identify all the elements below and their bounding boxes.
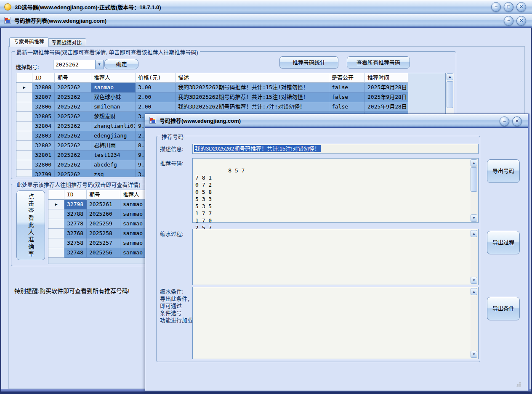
cell — [16, 141, 32, 151]
selected-text: 我的3D2025262期号码推荐！共计:15注!对错勿怪！ — [194, 145, 321, 152]
scroll-down-icon[interactable]: ▼ — [471, 351, 477, 358]
reminder-text: 特别提醒:购买软件即可查看到所有推荐号码! — [14, 286, 130, 295]
cell: ▶ — [16, 83, 32, 93]
cell — [48, 229, 64, 238]
textarea-scrollbar[interactable]: ▲ ▼ — [470, 288, 478, 358]
cell — [16, 131, 32, 141]
form-app-icon — [4, 17, 11, 24]
cell: sanmao — [91, 83, 136, 93]
cell: smileman — [91, 102, 136, 112]
export-process-button[interactable]: 导出过程 — [487, 231, 520, 254]
condition-label: 缩水条件: 导出此条件， 即可通过 条件选号 功能进行加载 — [160, 288, 193, 324]
process-label: 缩水过程: — [160, 230, 184, 238]
minimize-button[interactable]: − — [504, 16, 513, 26]
minimize-button[interactable]: − — [491, 2, 501, 12]
cell: 3.00 — [136, 83, 176, 93]
cell: 2025年9月28日 — [365, 93, 408, 102]
scroll-up-icon[interactable]: ▲ — [447, 73, 453, 80]
dialog-titlebar: 号码推荐(www.edengjiang.com) − ✕ — [145, 114, 528, 128]
cell: 32804 — [32, 122, 55, 131]
cell: 我的3D2025262期号码推荐！共计:7注!对错勿怪！ — [176, 102, 329, 112]
numbers-textarea[interactable]: 8 5 7 7 8 1 0 7 2 0 5 8 5 3 3 5 3 5 1 7 … — [192, 158, 479, 223]
cell — [16, 122, 32, 131]
table-row[interactable]: 328072025262双色球小妹2.00我的3D2025262期号码推荐！共计… — [16, 93, 408, 102]
cell: test1234 — [91, 151, 136, 160]
resize-grip-icon[interactable] — [516, 382, 521, 387]
cell: abcdefg — [91, 160, 136, 170]
cell: 期号 — [55, 73, 91, 83]
stats-button[interactable]: 推荐号码统计 — [279, 56, 338, 69]
cell: 推荐时间 — [365, 73, 408, 83]
table-row[interactable]: ▶328082025262sanmao3.00我的3D2025262期号码推荐！… — [16, 83, 408, 93]
cell — [48, 190, 64, 200]
close-button[interactable]: ✕ — [516, 2, 526, 12]
condition-textarea[interactable]: ▲ ▼ — [192, 287, 479, 359]
group-title: 此处显示该推荐人往期推荐号码(双击即可查看详情) — [15, 180, 142, 188]
process-textarea[interactable]: ▲ ▼ — [192, 229, 479, 285]
cell: 32803 — [32, 131, 55, 141]
cell: 32748 — [64, 248, 87, 258]
cell: 君梅川雨 — [91, 141, 136, 151]
scroll-up-icon[interactable]: ▲ — [471, 159, 477, 167]
period-label: 选择期号: — [16, 63, 39, 71]
minimize-button[interactable]: − — [500, 116, 509, 126]
export-condition-button[interactable]: 导出条件 — [487, 297, 520, 320]
cell — [48, 209, 64, 219]
cell: 2025257 — [87, 238, 120, 248]
close-button[interactable]: ✕ — [512, 116, 522, 126]
cell: 2025262 — [55, 112, 91, 122]
cell: 2025260 — [87, 209, 120, 219]
cell — [16, 93, 32, 102]
cell: 32808 — [32, 83, 55, 93]
cell: zhangtianli01 — [91, 122, 136, 131]
tab-expert-recommend[interactable]: 专家号码推荐 — [9, 37, 49, 47]
scroll-thumb[interactable] — [471, 167, 477, 192]
cell: 32800 — [32, 160, 55, 170]
cell: 2025258 — [87, 229, 120, 238]
cell — [16, 151, 32, 160]
scroll-thumb[interactable] — [447, 81, 453, 108]
scroll-up-icon[interactable]: ▲ — [471, 288, 477, 295]
cell: 期号 — [87, 190, 120, 200]
cell: 2025259 — [87, 219, 120, 229]
list-window-titlebar: 号码推荐列表(www.edengjiang.com) − ✕ — [0, 14, 532, 28]
cell — [48, 219, 64, 229]
view-all-button[interactable]: 查看所有推荐号码 — [347, 56, 410, 69]
cell: 描述 — [176, 73, 329, 83]
cell: ID — [32, 73, 55, 83]
main-window-title: 3D选号器(www.edengjiang.com)-正式版(版本号：18.7.1… — [15, 3, 161, 11]
cell: 32806 — [32, 102, 55, 112]
maximize-button[interactable]: □ — [504, 2, 513, 12]
group-title: 最新一期推荐号码(双击即可查看详情, 单击即可查看该推荐人往期推荐号码) — [15, 48, 200, 56]
scroll-up-icon[interactable]: ▲ — [471, 230, 477, 237]
close-button[interactable]: ✕ — [516, 16, 526, 26]
tab-expert-compare[interactable]: 专家战绩对比 — [47, 38, 86, 47]
numbers-text: 8 5 7 7 8 1 0 7 2 0 5 8 5 3 3 5 3 5 1 7 … — [195, 167, 245, 231]
export-numbers-button[interactable]: 导出号码 — [487, 159, 520, 183]
cell: false — [329, 102, 365, 112]
textarea-scrollbar[interactable]: ▲ ▼ — [470, 159, 478, 222]
desktop: 3D选号器(www.edengjiang.com)-正式版(版本号：18.7.1… — [0, 0, 532, 394]
dialog-client: 推荐号码 描述信息: 我的3D2025262期号码推荐！共计:15注!对错勿怪！… — [145, 129, 528, 391]
cell: 32788 — [64, 209, 87, 219]
textarea-scrollbar[interactable]: ▲ ▼ — [470, 230, 478, 284]
cell — [16, 102, 32, 112]
cell: 我的3D2025262期号码推荐！共计:15注!对错勿怪！ — [176, 93, 329, 102]
scroll-down-icon[interactable]: ▼ — [471, 214, 477, 222]
cell: 2025262 — [55, 151, 91, 160]
cell: ▶ — [48, 200, 64, 209]
main-window-titlebar: 3D选号器(www.edengjiang.com)-正式版(版本号：18.7.1… — [0, 0, 532, 14]
scroll-down-icon[interactable]: ▼ — [471, 277, 477, 284]
table-row[interactable]: 328062025262smileman2.00我的3D2025262期号码推荐… — [16, 102, 408, 112]
period-combobox[interactable]: 2025262 ▼ — [53, 60, 104, 69]
cell: edengjiang — [91, 131, 136, 141]
accuracy-button[interactable]: 点击查看此人准确率 — [16, 190, 45, 260]
confirm-button[interactable]: 确定 — [104, 59, 138, 69]
cell: 2025年9月28日 — [365, 83, 408, 93]
cell: 双色球小妹 — [91, 93, 136, 102]
cell: zsg — [91, 170, 136, 177]
cell: 32798 — [64, 200, 87, 209]
chevron-down-icon[interactable]: ▼ — [95, 60, 103, 69]
desc-input[interactable]: 我的3D2025262期号码推荐！共计:15注!对错勿怪！ — [192, 144, 479, 154]
numbers-label: 推荐号码: — [160, 160, 184, 167]
